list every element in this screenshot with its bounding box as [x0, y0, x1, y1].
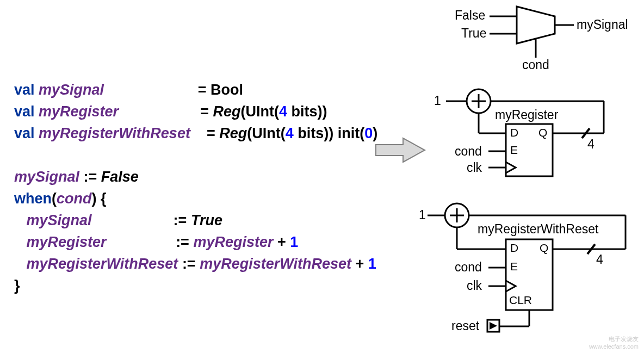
num-4: 4: [286, 125, 294, 141]
port-d: D: [510, 241, 518, 255]
p: ) {: [92, 190, 107, 207]
port-e: E: [510, 260, 518, 273]
val-true: True: [191, 212, 222, 228]
p: (UInt(: [240, 103, 278, 120]
id-myRegisterWithReset: myRegisterWithReset: [27, 256, 178, 272]
svg-marker-0: [376, 138, 425, 162]
port-clr: CLR: [509, 294, 532, 307]
num-4: 4: [279, 103, 287, 120]
eq: =: [200, 103, 209, 120]
bus-width-4: 4: [587, 137, 595, 152]
bus-width-4: 4: [596, 252, 603, 267]
signal-clk: clk: [467, 160, 482, 175]
kw-val: val: [14, 125, 35, 141]
op-assign: :=: [176, 234, 189, 250]
port-e: E: [510, 144, 518, 157]
adder-input-1: 1: [419, 208, 426, 222]
num-1: 1: [290, 234, 298, 250]
adder-input-1: 1: [434, 94, 441, 108]
signal-clk: clk: [467, 278, 482, 293]
id-mySignal: mySignal: [27, 212, 92, 228]
kw-when: when: [14, 190, 52, 207]
op-assign: :=: [182, 256, 196, 272]
watermark: 电子发烧友 www.elecfans.com: [589, 335, 639, 350]
diagram-area: False True mySignal cond 1 myRegister D …: [424, 0, 644, 353]
mux-diagram: [473, 3, 636, 74]
id-cond: cond: [57, 190, 92, 207]
id-mySignal: mySignal: [14, 169, 79, 185]
svg-marker-3: [517, 7, 555, 44]
id-myRegisterWithReset: myRegisterWithReset: [39, 125, 190, 141]
type-bool: Bool: [210, 82, 243, 98]
port-q: Q: [540, 241, 548, 255]
num-1: 1: [368, 256, 376, 272]
val-false: False: [101, 169, 139, 185]
port-d: D: [510, 126, 518, 139]
mux-output: mySignal: [577, 17, 628, 32]
mux-select: cond: [522, 58, 549, 72]
signal-cond: cond: [455, 260, 482, 275]
id-myRegister: myRegister: [193, 234, 273, 250]
op-plus: +: [356, 256, 364, 272]
watermark-line1: 电子发烧友: [609, 336, 639, 342]
id-mySignal: mySignal: [39, 82, 104, 98]
p: bits)) init(: [294, 125, 364, 141]
kw-val: val: [14, 82, 35, 98]
register-diagram: [430, 82, 642, 185]
op-plus: +: [277, 234, 286, 250]
op-assign: :=: [84, 169, 97, 185]
num-0: 0: [364, 125, 373, 141]
id-myRegister: myRegister: [27, 234, 107, 250]
id-myRegisterWithReset: myRegisterWithReset: [200, 256, 351, 272]
p: bits)): [287, 103, 327, 120]
mux-input-true: True: [461, 26, 486, 41]
signal-reset: reset: [451, 319, 479, 333]
watermark-line2: www.elecfans.com: [589, 343, 639, 350]
mux-input-false: False: [455, 8, 485, 23]
arrow-icon: [373, 134, 428, 166]
p: (UInt(: [247, 125, 285, 141]
id-myRegister: myRegister: [39, 103, 119, 120]
kw-val: val: [14, 103, 35, 120]
reg: Reg: [213, 103, 240, 120]
brace-close: }: [14, 277, 20, 294]
register-reset-name: myRegisterWithReset: [478, 222, 598, 237]
code-block: val mySignal = Bool val myRegister = Reg…: [14, 57, 377, 296]
reg: Reg: [219, 125, 247, 141]
eq: =: [198, 82, 207, 98]
p: (: [52, 190, 57, 207]
op-assign: :=: [174, 212, 187, 228]
eq: =: [207, 125, 215, 141]
register-name: myRegister: [495, 108, 558, 122]
port-q: Q: [538, 126, 547, 139]
signal-cond: cond: [455, 144, 482, 159]
